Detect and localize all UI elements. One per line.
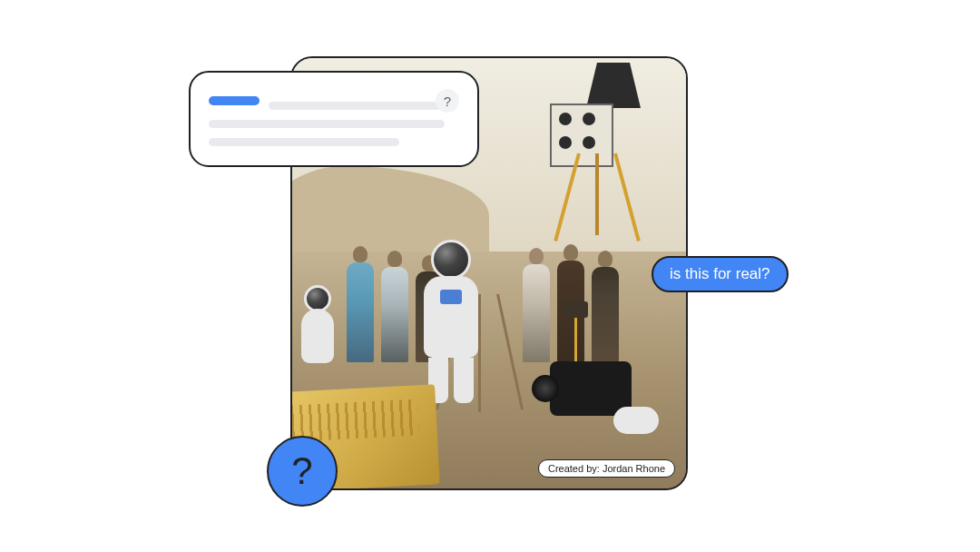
credit-author: Jordan Rhone	[603, 463, 665, 474]
card-text-placeholder	[269, 102, 441, 110]
card-text-placeholder	[209, 138, 399, 146]
credit-prefix: Created by:	[548, 463, 603, 474]
light-stand-head	[563, 301, 588, 318]
card-text-placeholder	[209, 120, 445, 128]
astronaut-foreground	[419, 240, 483, 403]
image-credit: Created by: Jordan Rhone	[538, 459, 675, 478]
question-mark-icon: ?	[291, 449, 312, 493]
user-speech-bubble: is this for real?	[652, 256, 789, 292]
card-title-placeholder	[209, 96, 260, 105]
camera-rig	[532, 343, 659, 434]
about-this-image-card[interactable]: ?	[189, 71, 479, 167]
lunar-lander-prop	[550, 63, 677, 244]
speech-text: is this for real?	[670, 265, 770, 282]
astronaut-background	[299, 285, 336, 394]
question-badge[interactable]: ?	[267, 436, 338, 507]
help-icon[interactable]: ?	[436, 89, 459, 113]
